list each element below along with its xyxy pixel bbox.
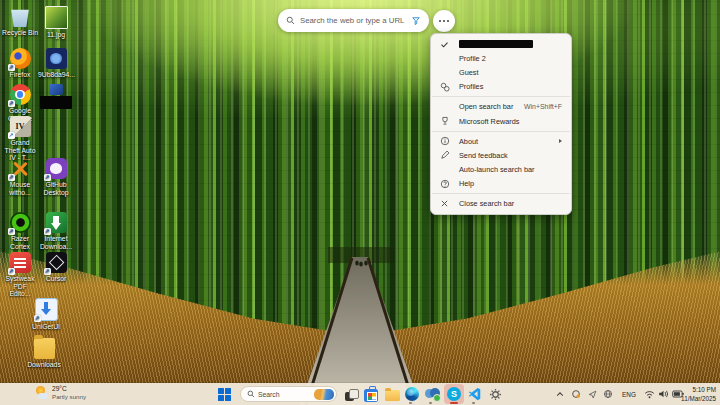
menu-item-profile-2[interactable]: Profile 2 bbox=[431, 51, 571, 65]
mouse-without-borders-icon: ↗ bbox=[10, 158, 31, 179]
feedback-icon bbox=[440, 150, 459, 160]
tray-show-hidden-icons[interactable] bbox=[554, 383, 566, 405]
ellipsis-icon bbox=[439, 20, 441, 22]
check-icon bbox=[440, 40, 459, 49]
menu-item-about[interactable]: About bbox=[431, 134, 571, 148]
shortcut-arrow-icon: ↗ bbox=[44, 268, 51, 275]
desktop-screen: Recycle Bin 11.jpg ↗ Firefox 9Ub8da94...… bbox=[0, 0, 720, 405]
search-highlight-image bbox=[314, 389, 334, 400]
desktop-icon-cursor[interactable]: ↗ Cursor bbox=[38, 252, 74, 283]
menu-item-label: Guest bbox=[459, 68, 478, 77]
desktop-icon-image-file[interactable]: 11.jpg bbox=[38, 6, 74, 39]
menu-item-label: Auto-launch search bar bbox=[459, 165, 534, 174]
menu-item-shortcut: Win+Shift+F bbox=[524, 103, 562, 110]
desktop-icon-redacted[interactable] bbox=[38, 84, 74, 109]
desktop-icon-label: Firefox bbox=[2, 71, 38, 79]
skype-button[interactable]: S bbox=[444, 384, 464, 404]
search-bar-context-menu: Profile 2 Guest Profiles Open search bar… bbox=[430, 33, 572, 215]
tray-volume[interactable] bbox=[657, 383, 669, 405]
windows-logo-icon bbox=[218, 388, 231, 401]
tray-update-status[interactable] bbox=[570, 383, 582, 405]
desktop-icon-downloads[interactable]: Downloads bbox=[26, 338, 62, 369]
paper-plane-icon bbox=[588, 390, 597, 399]
file-explorer-button[interactable] bbox=[384, 386, 400, 402]
desktop-icon-firefox[interactable]: ↗ Firefox bbox=[2, 48, 38, 79]
image-file-icon bbox=[45, 6, 68, 29]
desktop-icon-label: UniGetUI bbox=[28, 323, 64, 331]
shortcut-arrow-icon: ↗ bbox=[8, 268, 15, 275]
info-icon bbox=[440, 136, 459, 146]
desktop-icon-idm[interactable]: ↗ Internet Downloa... bbox=[38, 212, 74, 250]
taskbar-search-box[interactable]: Search bbox=[240, 386, 337, 402]
github-desktop-icon: ↗ bbox=[46, 158, 67, 179]
search-icon bbox=[247, 390, 255, 398]
tray-app-arrow[interactable] bbox=[586, 383, 598, 405]
language-label: ENG bbox=[622, 391, 636, 398]
idm-icon: ↗ bbox=[46, 212, 67, 233]
firefox-icon: ↗ bbox=[10, 48, 31, 69]
edge-button[interactable] bbox=[404, 386, 420, 402]
clock-date: 11/Mar/2025 bbox=[681, 394, 716, 403]
menu-item-close-search-bar[interactable]: Close search bar bbox=[431, 197, 571, 211]
weather-temperature: 29°C bbox=[52, 385, 86, 393]
menu-item-help[interactable]: Help bbox=[431, 177, 571, 191]
desktop-icon-razer-cortex[interactable]: ↗ Razer Cortex bbox=[2, 212, 38, 250]
menu-item-guest[interactable]: Guest bbox=[431, 65, 571, 79]
menu-separator bbox=[432, 193, 570, 194]
bing-filter-icon[interactable] bbox=[411, 16, 421, 26]
desktop-icon-label: Razer Cortex bbox=[2, 235, 38, 250]
tray-network-app[interactable] bbox=[602, 383, 614, 405]
recycle-bin-icon bbox=[10, 6, 31, 27]
desktop-icon-unigetui[interactable]: ↗ UniGetUI bbox=[28, 298, 64, 331]
menu-separator bbox=[432, 96, 570, 97]
desktop-icon-label: 9Ub8da94... bbox=[38, 71, 74, 79]
shortcut-arrow-icon: ↗ bbox=[44, 228, 51, 235]
menu-item-label: Profiles bbox=[459, 82, 483, 91]
edge-icon bbox=[405, 387, 419, 401]
tray-wifi[interactable] bbox=[643, 383, 655, 405]
clock[interactable]: 5:10 PM 11/Mar/2025 bbox=[681, 385, 716, 404]
desktop-icon-systweak-pdf[interactable]: ↗ Systweak PDF Edito... bbox=[2, 252, 38, 298]
shortcut-arrow-icon: ↗ bbox=[8, 100, 15, 107]
teams-chat-button[interactable] bbox=[424, 386, 440, 402]
desktop-icon-label: 11.jpg bbox=[38, 31, 74, 39]
menu-item-open-search-bar[interactable]: Open search bar Win+Shift+F bbox=[431, 100, 571, 114]
chevron-up-icon bbox=[556, 391, 564, 397]
menu-item-microsoft-rewards[interactable]: Microsoft Rewards bbox=[431, 114, 571, 128]
menu-item-auto-launch-search-bar[interactable]: Auto-launch search bar bbox=[431, 163, 571, 177]
tray-language-indicator[interactable]: ENG bbox=[618, 383, 640, 405]
microsoft-store-icon bbox=[364, 389, 378, 402]
search-bar-more-button[interactable] bbox=[433, 10, 455, 32]
redacted-app-icon bbox=[49, 84, 63, 95]
downloads-folder-icon bbox=[34, 338, 55, 359]
microsoft-store-button[interactable] bbox=[363, 386, 379, 402]
menu-item-profiles[interactable]: Profiles bbox=[431, 80, 571, 94]
shortcut-arrow-icon: ↗ bbox=[8, 132, 15, 139]
status-circle-icon bbox=[571, 389, 581, 399]
shortcut-arrow-icon: ↗ bbox=[8, 64, 15, 71]
menu-item-label: Profile 2 bbox=[459, 54, 486, 63]
settings-button[interactable] bbox=[487, 386, 503, 402]
skype-icon: S bbox=[447, 387, 461, 401]
menu-item-send-feedback[interactable]: Send feedback bbox=[431, 148, 571, 162]
desktop-icon-recycle-bin[interactable]: Recycle Bin bbox=[2, 6, 38, 37]
open-app-indicator bbox=[472, 402, 475, 404]
rewards-icon bbox=[440, 116, 459, 126]
help-icon bbox=[440, 179, 459, 189]
desktop-icon-ubuntu-file[interactable]: 9Ub8da94... bbox=[38, 48, 74, 79]
teams-chat-icon bbox=[425, 388, 440, 401]
wifi-icon bbox=[644, 390, 655, 399]
menu-item-label: Microsoft Rewards bbox=[459, 117, 519, 126]
vscode-icon bbox=[468, 387, 482, 401]
desktop-icon-mouse-without-borders[interactable]: ↗ Mouse witho... bbox=[2, 158, 38, 196]
desktop-icon-gta-iv[interactable]: IV↗ Grand Theft Auto IV - T... bbox=[2, 116, 38, 162]
desktop-icon-github-desktop[interactable]: ↗ GitHub Desktop bbox=[38, 158, 74, 196]
search-icon bbox=[286, 16, 295, 25]
edge-search-bar[interactable]: Search the web or type a URL bbox=[278, 9, 429, 32]
globe-icon bbox=[603, 389, 613, 399]
weather-widget[interactable]: 29°C Partly sunny bbox=[36, 385, 86, 401]
menu-item-current-profile[interactable] bbox=[431, 37, 571, 51]
vscode-button[interactable] bbox=[467, 386, 483, 402]
start-button[interactable] bbox=[216, 386, 232, 402]
task-view-button[interactable] bbox=[343, 386, 359, 402]
